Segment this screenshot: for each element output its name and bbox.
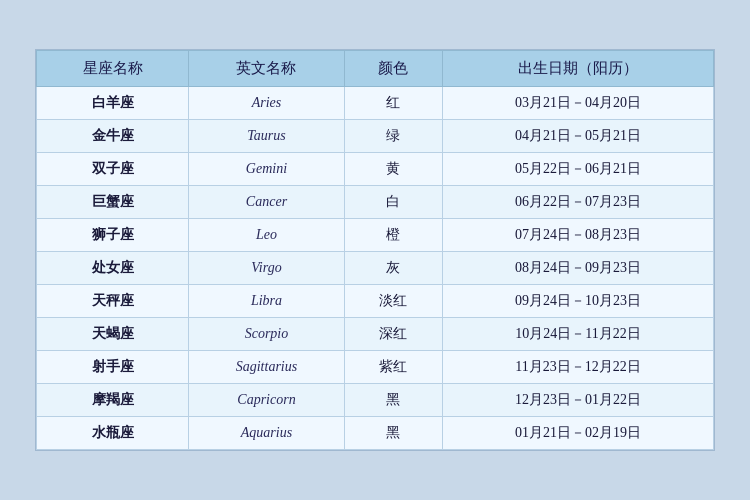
- table-row: 白羊座Aries红03月21日－04月20日: [37, 87, 714, 120]
- cell-english-name: Aries: [189, 87, 344, 120]
- cell-chinese-name: 狮子座: [37, 219, 189, 252]
- cell-chinese-name: 天秤座: [37, 285, 189, 318]
- table-row: 天蝎座Scorpio深红10月24日－11月22日: [37, 318, 714, 351]
- header-chinese-name: 星座名称: [37, 51, 189, 87]
- cell-dates: 08月24日－09月23日: [443, 252, 714, 285]
- cell-color: 白: [344, 186, 443, 219]
- cell-english-name: Sagittarius: [189, 351, 344, 384]
- cell-english-name: Virgo: [189, 252, 344, 285]
- cell-color: 淡红: [344, 285, 443, 318]
- table-row: 处女座Virgo灰08月24日－09月23日: [37, 252, 714, 285]
- cell-english-name: Scorpio: [189, 318, 344, 351]
- cell-english-name: Taurus: [189, 120, 344, 153]
- cell-dates: 07月24日－08月23日: [443, 219, 714, 252]
- cell-chinese-name: 双子座: [37, 153, 189, 186]
- cell-dates: 09月24日－10月23日: [443, 285, 714, 318]
- cell-english-name: Capricorn: [189, 384, 344, 417]
- cell-color: 紫红: [344, 351, 443, 384]
- cell-dates: 06月22日－07月23日: [443, 186, 714, 219]
- cell-dates: 11月23日－12月22日: [443, 351, 714, 384]
- cell-dates: 05月22日－06月21日: [443, 153, 714, 186]
- cell-color: 黄: [344, 153, 443, 186]
- table-row: 天秤座Libra淡红09月24日－10月23日: [37, 285, 714, 318]
- cell-chinese-name: 巨蟹座: [37, 186, 189, 219]
- zodiac-table: 星座名称 英文名称 颜色 出生日期（阳历） 白羊座Aries红03月21日－04…: [36, 50, 714, 450]
- cell-chinese-name: 水瓶座: [37, 417, 189, 450]
- cell-color: 黑: [344, 417, 443, 450]
- table-row: 双子座Gemini黄05月22日－06月21日: [37, 153, 714, 186]
- table-row: 狮子座Leo橙07月24日－08月23日: [37, 219, 714, 252]
- cell-color: 深红: [344, 318, 443, 351]
- header-english-name: 英文名称: [189, 51, 344, 87]
- cell-chinese-name: 金牛座: [37, 120, 189, 153]
- table-header-row: 星座名称 英文名称 颜色 出生日期（阳历）: [37, 51, 714, 87]
- cell-color: 红: [344, 87, 443, 120]
- cell-dates: 01月21日－02月19日: [443, 417, 714, 450]
- zodiac-table-container: 星座名称 英文名称 颜色 出生日期（阳历） 白羊座Aries红03月21日－04…: [35, 49, 715, 451]
- cell-color: 灰: [344, 252, 443, 285]
- cell-chinese-name: 处女座: [37, 252, 189, 285]
- table-row: 金牛座Taurus绿04月21日－05月21日: [37, 120, 714, 153]
- cell-english-name: Libra: [189, 285, 344, 318]
- cell-dates: 04月21日－05月21日: [443, 120, 714, 153]
- cell-dates: 03月21日－04月20日: [443, 87, 714, 120]
- table-body: 白羊座Aries红03月21日－04月20日金牛座Taurus绿04月21日－0…: [37, 87, 714, 450]
- cell-dates: 10月24日－11月22日: [443, 318, 714, 351]
- table-row: 巨蟹座Cancer白06月22日－07月23日: [37, 186, 714, 219]
- cell-color: 绿: [344, 120, 443, 153]
- table-row: 射手座Sagittarius紫红11月23日－12月22日: [37, 351, 714, 384]
- cell-chinese-name: 摩羯座: [37, 384, 189, 417]
- table-row: 水瓶座Aquarius黑01月21日－02月19日: [37, 417, 714, 450]
- cell-chinese-name: 白羊座: [37, 87, 189, 120]
- header-color: 颜色: [344, 51, 443, 87]
- cell-color: 黑: [344, 384, 443, 417]
- cell-english-name: Gemini: [189, 153, 344, 186]
- header-birth-date: 出生日期（阳历）: [443, 51, 714, 87]
- cell-chinese-name: 天蝎座: [37, 318, 189, 351]
- cell-english-name: Leo: [189, 219, 344, 252]
- cell-chinese-name: 射手座: [37, 351, 189, 384]
- cell-color: 橙: [344, 219, 443, 252]
- cell-english-name: Aquarius: [189, 417, 344, 450]
- cell-english-name: Cancer: [189, 186, 344, 219]
- table-row: 摩羯座Capricorn黑12月23日－01月22日: [37, 384, 714, 417]
- cell-dates: 12月23日－01月22日: [443, 384, 714, 417]
